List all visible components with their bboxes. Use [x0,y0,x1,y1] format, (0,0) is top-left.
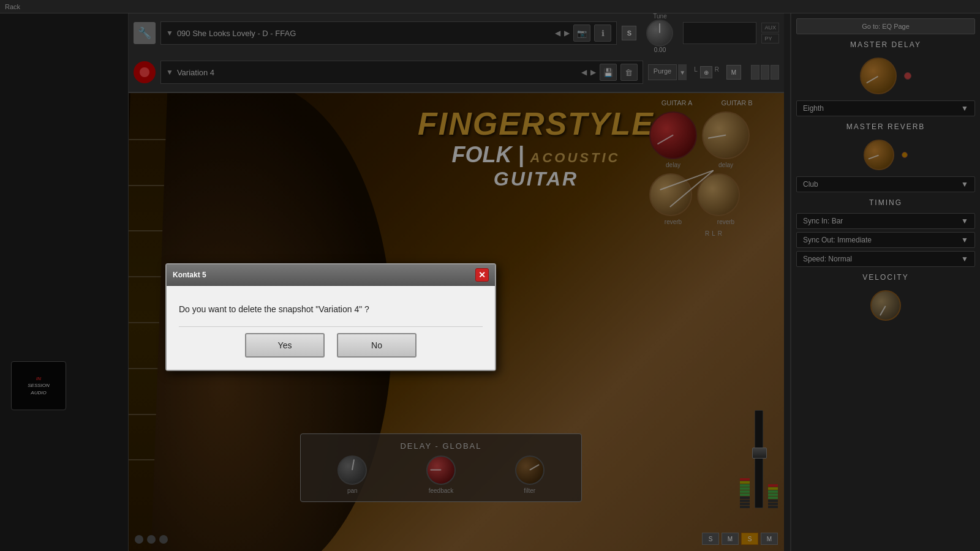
rack-container: Rack IN SESSION AUDIO 🔧 ▼ 090 She Looks … [0,0,980,551]
dialog-buttons: Yes No [179,326,483,358]
dialog-window: Kontakt 5 ✕ Do you want to delete the sn… [165,263,496,371]
dialog-titlebar: Kontakt 5 ✕ [167,264,495,286]
dialog-message: Do you want to delete the snapshot "Vari… [179,304,483,314]
dialog-close-button[interactable]: ✕ [475,268,489,282]
dialog-overlay: Kontakt 5 ✕ Do you want to delete the sn… [0,0,980,551]
dialog-yes-button[interactable]: Yes [245,333,325,358]
dialog-body: Do you want to delete the snapshot "Vari… [167,286,495,370]
dialog-title: Kontakt 5 [173,271,206,279]
dialog-no-button[interactable]: No [337,333,417,358]
